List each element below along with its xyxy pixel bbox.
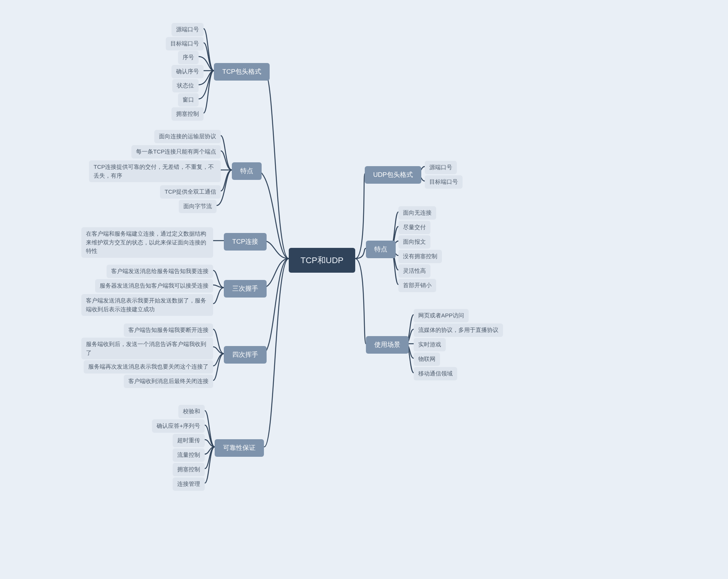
leaf-udp-feature-2[interactable]: 面向报文 [398, 235, 430, 249]
leaf-udp-scene-4[interactable]: 移动通信领域 [414, 367, 457, 380]
leaf-tcp-header-2[interactable]: 序号 [178, 51, 199, 64]
leaf-tcp-header-6[interactable]: 拥塞控制 [171, 107, 204, 121]
leaf-udp-header-1[interactable]: 目标端口号 [425, 175, 463, 189]
branch-tcp-header[interactable]: TCP包头格式 [214, 63, 270, 81]
leaf-tcp-header-1[interactable]: 目标端口号 [166, 37, 204, 50]
leaf-handshake4-0[interactable]: 客户端告知服务端我要断开连接 [124, 323, 213, 337]
branch-udp-scene[interactable]: 使用场景 [366, 336, 409, 354]
leaf-reliability-2[interactable]: 超时重传 [173, 434, 205, 447]
leaf-reliability-4[interactable]: 拥塞控制 [173, 463, 205, 476]
leaf-udp-feature-4[interactable]: 灵活性高 [398, 264, 430, 278]
leaf-tcp-header-3[interactable]: 确认序号 [171, 65, 204, 78]
leaf-tcp-feature-1[interactable]: 每一条TCP连接只能有两个端点 [131, 145, 221, 158]
leaf-udp-scene-2[interactable]: 实时游戏 [414, 338, 446, 351]
leaf-tcp-header-4[interactable]: 状态位 [172, 79, 199, 92]
leaf-udp-feature-1[interactable]: 尽量交付 [398, 221, 430, 234]
leaf-udp-feature-3[interactable]: 没有拥塞控制 [398, 250, 442, 263]
leaf-handshake4-1[interactable]: 服务端收到后，发送一个消息告诉客户端我收到 了 [81, 338, 213, 359]
branch-handshake4[interactable]: 四次挥手 [224, 346, 267, 364]
leaf-reliability-0[interactable]: 校验和 [178, 405, 205, 418]
branch-udp-feature[interactable]: 特点 [366, 241, 396, 258]
leaf-tcp-feature-2[interactable]: TCP连接提供可靠的交付，无差错，不重复，不 丢失，有序 [89, 160, 221, 182]
leaf-reliability-1[interactable]: 确认应答+序列号 [152, 419, 205, 433]
leaf-reliability-5[interactable]: 连接管理 [173, 477, 205, 491]
leaf-udp-scene-1[interactable]: 流媒体的协议，多用于直播协议 [414, 323, 503, 337]
leaf-handshake4-2[interactable]: 服务端再次发送消息表示我也要关闭这个连接了 [84, 360, 213, 374]
leaf-tcp-feature-0[interactable]: 面向连接的运输层协议 [154, 130, 221, 143]
leaf-udp-header-0[interactable]: 源端口号 [425, 161, 457, 174]
leaf-handshake3-2[interactable]: 客户端发送消息表示我要开始发送数据了，服务 端收到后表示连接建立成功 [81, 294, 213, 316]
leaf-reliability-3[interactable]: 流量控制 [173, 448, 205, 462]
leaf-tcp-feature-3[interactable]: TCP提供全双工通信 [160, 185, 221, 199]
leaf-tcp-header-0[interactable]: 源端口号 [171, 23, 204, 36]
branch-udp-header[interactable]: UDP包头格式 [365, 166, 421, 184]
mindmap-canvas: TCP和UDP TCP包头格式 源端口号 目标端口号 序号 确认序号 状态位 窗… [0, 0, 728, 579]
leaf-udp-feature-5[interactable]: 首部开销小 [398, 279, 436, 292]
root-node[interactable]: TCP和UDP [289, 248, 355, 273]
branch-reliability[interactable]: 可靠性保证 [215, 439, 264, 457]
leaf-udp-scene-3[interactable]: 物联网 [414, 353, 440, 366]
branch-tcp-feature[interactable]: 特点 [232, 162, 262, 180]
leaf-tcp-conn-0[interactable]: 在客户端和服务端建立连接，通过定义数据结构 来维护双方交互的状态，以此来保证面向… [81, 227, 213, 258]
leaf-udp-feature-0[interactable]: 面向无连接 [398, 206, 436, 220]
leaf-tcp-header-5[interactable]: 窗口 [178, 93, 199, 107]
leaf-udp-scene-0[interactable]: 网页或者APP访问 [414, 309, 469, 322]
leaf-handshake4-3[interactable]: 客户端收到消息后最终关闭连接 [124, 375, 213, 388]
leaf-handshake3-0[interactable]: 客户端发送消息给服务端告知我要连接 [107, 265, 213, 278]
leaf-tcp-feature-4[interactable]: 面向字节流 [179, 200, 217, 213]
branch-handshake3[interactable]: 三次握手 [224, 280, 267, 298]
branch-tcp-conn[interactable]: TCP连接 [224, 233, 267, 251]
leaf-handshake3-1[interactable]: 服务器发送消息告知客户端我可以接受连接 [95, 279, 213, 293]
